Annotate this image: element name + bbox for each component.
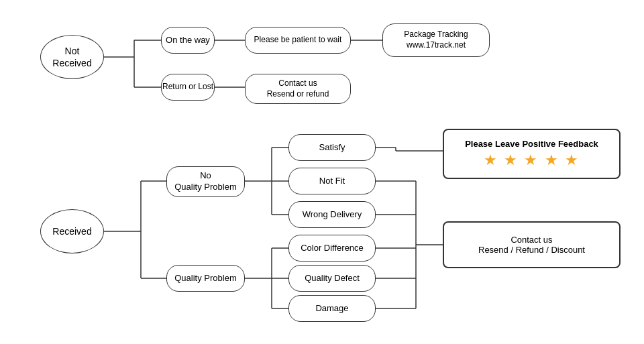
not-fit-node: Not Fit <box>288 168 376 194</box>
color-difference-node: Color Difference <box>288 235 376 262</box>
contact-us2-label: Contact us Resend / Refund / Discount <box>478 235 585 255</box>
quality-problem-label: Quality Problem <box>174 273 236 284</box>
received-node: Received <box>40 209 104 253</box>
contact-resend-node: Contact us Resend or refund <box>245 74 351 104</box>
be-patient-node: Please be patient to wait <box>245 27 351 54</box>
quality-defect-label: Quality Defect <box>305 273 360 284</box>
feedback-box: Please Leave Positive Feedback ★ ★ ★ ★ ★ <box>443 129 621 179</box>
satisfy-node: Satisfy <box>288 134 376 161</box>
no-quality-label: No Quality Problem <box>174 170 236 193</box>
quality-problem-node: Quality Problem <box>166 265 245 292</box>
package-tracking-label: Package Tracking www.17track.net <box>404 30 468 50</box>
contact-us2-box: Contact us Resend / Refund / Discount <box>443 221 621 268</box>
not-fit-label: Not Fit <box>319 176 345 187</box>
quality-defect-node: Quality Defect <box>288 265 376 292</box>
satisfy-label: Satisfy <box>319 142 345 154</box>
on-the-way-node: On the way <box>161 27 215 54</box>
return-lost-label: Return or Lost <box>162 82 213 93</box>
contact-resend-label: Contact us Resend or refund <box>267 78 329 99</box>
not-received-node: Not Received <box>40 35 104 79</box>
package-tracking-node: Package Tracking www.17track.net <box>382 23 490 57</box>
damage-label: Damage <box>315 303 348 314</box>
received-label: Received <box>52 225 91 237</box>
color-difference-label: Color Difference <box>301 243 364 254</box>
no-quality-node: No Quality Problem <box>166 166 245 197</box>
wrong-delivery-node: Wrong Delivery <box>288 201 376 228</box>
be-patient-label: Please be patient to wait <box>254 35 342 46</box>
not-received-label: Not Received <box>52 45 91 69</box>
damage-node: Damage <box>288 295 376 322</box>
wrong-delivery-label: Wrong Delivery <box>303 209 362 221</box>
on-the-way-label: On the way <box>166 35 210 46</box>
stars-display: ★ ★ ★ ★ ★ <box>484 152 579 169</box>
return-lost-node: Return or Lost <box>161 74 215 101</box>
feedback-label: Please Leave Positive Feedback <box>465 139 598 149</box>
